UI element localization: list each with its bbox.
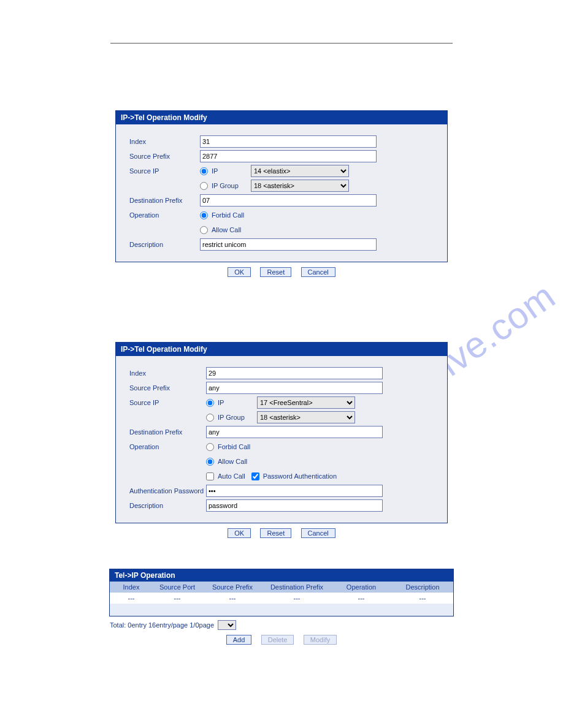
ip-group-select[interactable]: 18 <asterisk> [251,180,349,192]
header-divider [110,43,453,44]
panel1-title: IP->Tel Operation Modify [116,111,447,124]
reset-button[interactable]: Reset [260,528,291,538]
radio-ip-label: IP [212,167,248,175]
col-destination-prefix: Destination Prefix [263,583,331,591]
radio-forbid-call[interactable] [206,443,214,451]
cancel-button[interactable]: Cancel [301,528,335,538]
radio-ip-group-label: IP Group [212,182,248,189]
auth-password-input[interactable] [206,485,383,497]
radio-ip[interactable] [206,399,214,407]
radio-allow-call-label: Allow Call [212,226,241,233]
pager-text: Total: 0entry 16entry/page 1/0page [110,621,214,629]
table-row-blank [110,604,453,616]
checkbox-auto-call[interactable] [206,472,214,480]
label-auth-password: Authentication Password [129,487,206,495]
tel-ip-operation-panel: Tel->IP Operation Index Source Port Sour… [109,569,454,616]
radio-forbid-call-label: Forbid Call [218,443,250,450]
checkbox-password-auth[interactable] [251,472,259,480]
checkbox-password-auth-label: Password Authentication [263,472,337,480]
label-index: Index [129,138,200,145]
table-title: Tel->IP Operation [110,569,453,582]
label-source-prefix: Source Prefix [129,153,200,160]
modify-button: Modify [304,635,337,645]
ip-tel-modify-panel-2: IP->Tel Operation Modify Index Source Pr… [115,342,448,523]
index-input[interactable] [200,135,377,148]
label-operation: Operation [129,443,206,450]
radio-forbid-call[interactable] [200,211,208,219]
ip-tel-modify-panel-1: IP->Tel Operation Modify Index Source Pr… [115,110,448,262]
radio-forbid-call-label: Forbid Call [212,211,244,219]
col-source-port: Source Port [153,583,202,591]
radio-ip-group[interactable] [200,182,208,190]
checkbox-auto-call-label: Auto Call [218,472,245,480]
label-description: Description [129,502,206,509]
destination-prefix-input[interactable] [206,426,383,438]
radio-allow-call[interactable] [200,226,208,234]
panel2-title: IP->Tel Operation Modify [116,343,447,356]
label-source-ip: Source IP [129,399,206,406]
pager-select[interactable] [218,620,236,630]
ip-select[interactable]: 17 <FreeSentral> [257,396,355,409]
ok-button[interactable]: OK [228,528,251,538]
ip-select[interactable]: 14 <elastix> [251,165,349,177]
reset-button[interactable]: Reset [260,267,291,277]
radio-allow-call-label: Allow Call [218,458,247,465]
col-source-prefix: Source Prefix [202,583,263,591]
label-source-prefix: Source Prefix [129,384,206,392]
label-destination-prefix: Destination Prefix [129,428,206,436]
label-source-ip: Source IP [129,167,200,175]
label-description: Description [129,241,200,248]
table-row[interactable]: --- --- --- --- --- --- [110,593,453,604]
label-index: Index [129,370,206,377]
radio-allow-call[interactable] [206,458,214,466]
description-input[interactable] [206,499,383,512]
destination-prefix-input[interactable] [200,194,377,207]
col-index: Index [110,583,153,591]
add-button[interactable]: Add [226,635,252,645]
label-operation: Operation [129,211,200,219]
ip-group-select[interactable]: 18 <asterisk> [257,411,355,423]
ok-button[interactable]: OK [228,267,251,277]
source-prefix-input[interactable] [200,150,377,162]
table-column-headers: Index Source Port Source Prefix Destinat… [110,582,453,593]
col-operation: Operation [331,583,392,591]
radio-ip-group[interactable] [206,414,214,422]
delete-button: Delete [261,635,294,645]
cancel-button[interactable]: Cancel [301,267,335,277]
description-input[interactable] [200,238,377,251]
label-destination-prefix: Destination Prefix [129,197,200,204]
source-prefix-input[interactable] [206,382,383,394]
index-input[interactable] [206,367,383,379]
radio-ip[interactable] [200,167,208,175]
radio-ip-label: IP [218,399,255,406]
col-description: Description [392,583,453,591]
radio-ip-group-label: IP Group [218,414,255,421]
